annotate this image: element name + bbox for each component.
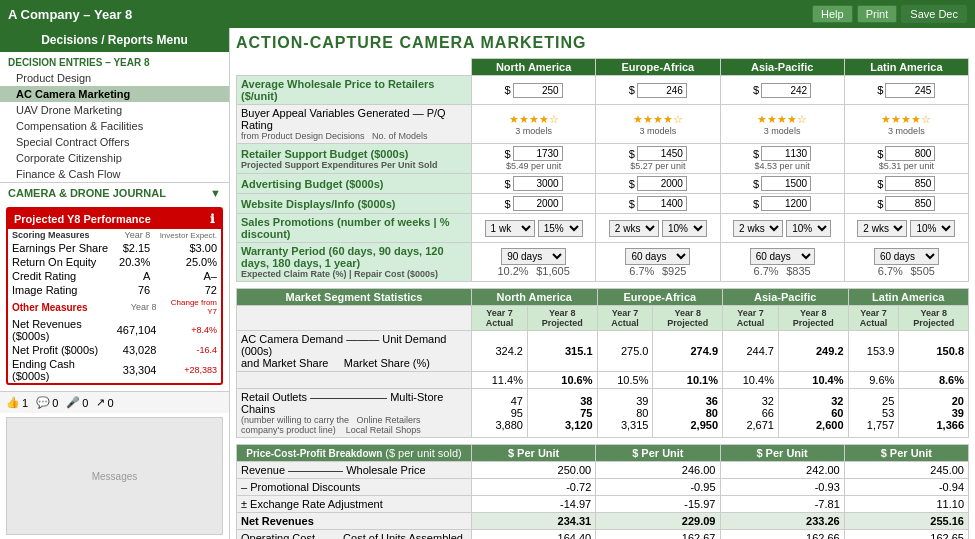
ap-y7-chains: 32 66 2,671	[723, 389, 779, 438]
la-y7-demand: 153.9	[848, 331, 899, 372]
help-button[interactable]: Help	[812, 5, 853, 23]
net-profit-value: 43,028	[113, 343, 161, 357]
net-rev-label: Net Revenues ($000s)	[8, 317, 113, 343]
ap-header: Asia-Pacific	[720, 59, 844, 76]
retailer-na-input[interactable]	[513, 146, 563, 161]
warranty-label: Warranty Period (60 days, 90 days, 120 d…	[237, 243, 472, 282]
chat-area[interactable]: Messages	[6, 417, 223, 535]
ending-cash-label: Ending Cash ($000s)	[8, 357, 113, 383]
wholesale-la-input[interactable]	[885, 83, 935, 98]
promo-disc-label: – Promotional Discounts	[237, 479, 472, 496]
ap-y8-share: 10.4%	[778, 372, 848, 389]
likes-count: 1	[22, 397, 28, 409]
decisions-table: North America Europe-Africa Asia-Pacific…	[236, 58, 969, 282]
roe-label: Return On Equity	[8, 255, 114, 269]
sidebar-item-ac-camera[interactable]: AC Camera Marketing	[0, 86, 229, 102]
ea-y8-share: 10.1%	[653, 372, 723, 389]
sidebar-item-uav-drone[interactable]: UAV Drone Marketing	[0, 102, 229, 118]
audio-count: 0	[82, 397, 88, 409]
wholesale-la-cell: $	[844, 76, 968, 105]
app-title: A Company – Year 8	[8, 7, 808, 22]
ea-net-rev: 229.09	[596, 513, 720, 530]
sidebar-item-corporate[interactable]: Corporate Citizenship	[0, 150, 229, 166]
likes-item[interactable]: 👍 1	[6, 396, 28, 409]
sidebar-item-product-design[interactable]: Product Design	[0, 70, 229, 86]
warranty-ap-select[interactable]: 60 days90 days120 days180 days1 year	[750, 248, 815, 265]
share-icon: ↗	[96, 396, 105, 409]
comments-item[interactable]: 💬 0	[36, 396, 58, 409]
save-button[interactable]: Save Dec	[901, 5, 967, 23]
pcp-header: Price-Cost-Profit Breakdown ($ per unit …	[237, 445, 472, 462]
na-net-rev: 234.31	[472, 513, 596, 530]
perf-scoring-table: Scoring Measures Year 8 Investor Expect.…	[8, 229, 221, 297]
promo-ea-weeks-select[interactable]: 2 wks1 wk	[609, 220, 659, 237]
ea-header: Europe-Africa	[596, 59, 720, 76]
ea-y7-share: 10.5%	[597, 372, 653, 389]
retailer-ea-input[interactable]	[637, 146, 687, 161]
promo-na-weeks-select[interactable]: 1 wk2 wks	[485, 220, 535, 237]
cam-journal-label[interactable]: CAMERA & DRONE JOURNAL ▼	[0, 182, 229, 201]
promo-na-discount-select[interactable]: 15%10%	[538, 220, 583, 237]
retailer-ap-input[interactable]	[761, 146, 811, 161]
adv-label: Advertising Budget ($000s)	[237, 174, 472, 194]
ap-y8-chains: 32 60 2,600	[778, 389, 848, 438]
ap-y8-proj: Year 8Projected	[778, 306, 848, 331]
buyer-na-cell: ★★★★☆ 3 models	[472, 105, 596, 144]
sidebar-item-compensation[interactable]: Compensation & Facilities	[0, 118, 229, 134]
web-ea-input[interactable]	[637, 196, 687, 211]
roe-investor: 25.0%	[154, 255, 221, 269]
web-na-input[interactable]	[513, 196, 563, 211]
promo-ea-discount-select[interactable]: 10%15%	[662, 220, 707, 237]
net-profit-label: Net Profit ($000s)	[8, 343, 113, 357]
adv-la-input[interactable]	[885, 176, 935, 191]
retailer-la-cell: $ $5.31 per unit	[844, 144, 968, 174]
wholesale-na-input[interactable]	[513, 83, 563, 98]
la-discount: -0.94	[844, 479, 968, 496]
web-na-cell: $	[472, 194, 596, 214]
promo-ap-weeks-select[interactable]: 2 wks1 wk	[733, 220, 783, 237]
sidebar-item-special-contract[interactable]: Special Contract Offers	[0, 134, 229, 150]
audio-item[interactable]: 🎤 0	[66, 396, 88, 409]
buyer-la-models: 3 models	[849, 126, 964, 136]
adv-ea-input[interactable]	[637, 176, 687, 191]
ea-y8-demand: 274.9	[653, 331, 723, 372]
promo-ap-cell: 2 wks1 wk 10%15%	[720, 214, 844, 243]
ea-y8-chains: 36 80 2,950	[653, 389, 723, 438]
image-year8: 76	[114, 283, 154, 297]
retailer-la-per-unit: $5.31 per unit	[849, 161, 964, 171]
adv-na-input[interactable]	[513, 176, 563, 191]
warranty-na-select[interactable]: 90 days60 days120 days180 days1 year	[501, 248, 566, 265]
sidebar-header: Decisions / Reports Menu	[0, 28, 229, 52]
wholesale-ap-input[interactable]	[761, 83, 811, 98]
sidebar: Decisions / Reports Menu DECISION ENTRIE…	[0, 28, 230, 539]
promo-la-discount-select[interactable]: 10%15%	[910, 220, 955, 237]
ending-cash-value: 33,304	[113, 357, 161, 383]
promo-la-weeks-select[interactable]: 2 wks1 wk	[857, 220, 907, 237]
sidebar-item-finance[interactable]: Finance & Cash Flow	[0, 166, 229, 182]
warranty-na-cell: 90 days60 days120 days180 days1 year 10.…	[472, 243, 596, 282]
ap-assembly: 162.66	[720, 530, 844, 540]
la-y8-demand: 150.8	[899, 331, 969, 372]
la-y8-share: 8.6%	[899, 372, 969, 389]
adv-ap-cell: $	[720, 174, 844, 194]
website-label: Website Displays/Info ($000s)	[237, 194, 472, 214]
print-button[interactable]: Print	[857, 5, 898, 23]
ap-y7-actual: Year 7Actual	[723, 306, 779, 331]
adv-ap-input[interactable]	[761, 176, 811, 191]
ending-cash-change: +28,383	[160, 357, 221, 383]
adv-ea-cell: $	[596, 174, 720, 194]
web-la-input[interactable]	[885, 196, 935, 211]
web-ap-input[interactable]	[761, 196, 811, 211]
buyer-appeal-label: Buyer Appeal Variables Generated — P/Q R…	[237, 105, 472, 144]
net-rev-value: 467,104	[113, 317, 161, 343]
retailer-na-per-unit: $5.49 per unit	[476, 161, 591, 171]
warranty-la-select[interactable]: 60 days90 days120 days180 days1 year	[874, 248, 939, 265]
comment-icon: 💬	[36, 396, 50, 409]
promo-ap-discount-select[interactable]: 10%15%	[786, 220, 831, 237]
warranty-ea-select[interactable]: 60 days90 days120 days180 days1 year	[625, 248, 690, 265]
share-item[interactable]: ↗ 0	[96, 396, 113, 409]
wholesale-ea-input[interactable]	[637, 83, 687, 98]
main-layout: Decisions / Reports Menu DECISION ENTRIE…	[0, 28, 975, 539]
promo-ea-cell: 2 wks1 wk 10%15%	[596, 214, 720, 243]
retailer-la-input[interactable]	[885, 146, 935, 161]
